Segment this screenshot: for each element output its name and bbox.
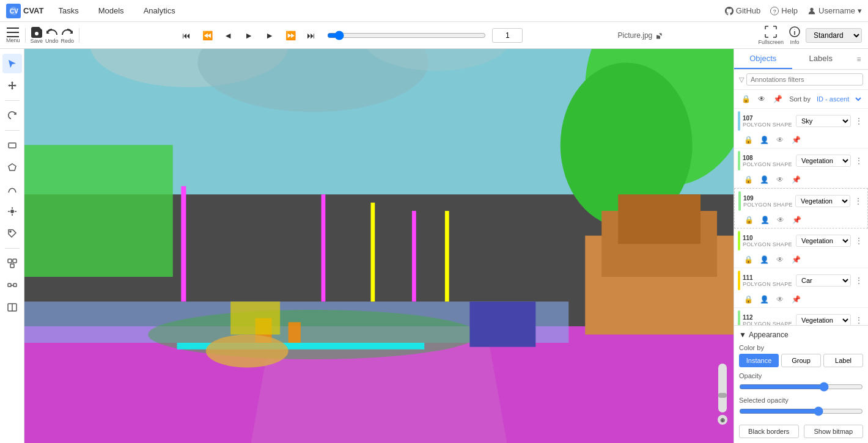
select-tool[interactable] [2,54,22,73]
object-item-111-header: 111 POLYGON SHAPE Car ⋮ [734,268,868,293]
vertical-slider[interactable] [718,364,727,412]
svg-rect-11 [9,143,16,148]
color-group-btn[interactable]: Group [781,354,821,367]
annotation-canvas[interactable] [24,49,734,443]
black-borders-btn[interactable]: Black borders [739,425,799,438]
merge-tool[interactable] [2,254,22,273]
eye-icon-107[interactable]: 👁 [774,134,785,145]
objects-tab[interactable]: Objects [734,49,792,69]
obj-menu-108[interactable]: ⋮ [853,155,864,166]
next-multi-frame-button[interactable]: ⏩ [281,26,300,45]
info-button[interactable]: Info [789,26,801,45]
svg-rect-6 [7,32,19,33]
split-tool[interactable] [2,298,22,317]
opacity-slider[interactable] [739,382,863,392]
eye-icon-111[interactable]: 👁 [774,294,785,305]
menu-button[interactable]: Menu [6,27,20,43]
lock-icon-108[interactable]: 🔒 [743,174,754,185]
color-bar-111 [738,271,740,290]
visible-all-icon[interactable]: 👁 [755,92,768,106]
nav-tasks[interactable]: Tasks [53,4,83,18]
user-chevron: ▾ [858,6,862,15]
zoom-indicator[interactable]: ⊕ [718,415,727,425]
curve-tool[interactable] [2,180,22,199]
undo-button[interactable]: Undo [45,27,59,44]
sort-icons: 🔒 👁 📌 [739,92,784,106]
appearance-header[interactable]: ▼ Appearance [739,331,863,339]
person-icon-111[interactable]: 👤 [759,294,770,305]
user-menu[interactable]: Username ▾ [807,6,862,15]
username-label: Username [818,6,855,15]
pin-icon-111[interactable]: 📌 [790,294,801,305]
prev-multi-frame-button[interactable]: ⏪ [197,26,217,45]
label-select-112[interactable]: Vegetation [796,314,851,325]
nav-models[interactable]: Models [94,4,129,18]
redo-button[interactable]: Redo [61,27,75,44]
person-icon-107[interactable]: 👤 [759,134,770,145]
logo-icon: CV [6,4,21,18]
eye-icon-110[interactable]: 👁 [774,254,785,265]
frame-input[interactable] [492,28,523,43]
sort-select[interactable]: ID - ascent ID - descent Label [814,95,863,103]
group-tool[interactable] [2,276,22,295]
obj-info-108: 108 POLYGON SHAPE [743,155,793,167]
polygon-tool[interactable] [2,158,22,177]
obj-menu-107[interactable]: ⋮ [853,115,864,126]
color-label-btn[interactable]: Label [823,354,863,367]
person-icon-110[interactable]: 👤 [759,254,770,265]
obj-menu-110[interactable]: ⋮ [853,235,864,246]
label-select-108[interactable]: Vegetation [796,155,851,167]
pin-icon-108[interactable]: 📌 [790,174,801,185]
label-select-109[interactable]: Vegetation [795,195,850,207]
appearance-section: ▼ Appearance Color by Instance Group Lab… [734,325,868,443]
obj-menu-111[interactable]: ⋮ [853,275,864,286]
lock-icon-111[interactable]: 🔒 [743,294,754,305]
obj-menu-109[interactable]: ⋮ [853,196,864,207]
labels-tab[interactable]: Labels [792,49,850,69]
filename-area: Picture.jpg [618,31,664,40]
filter-input[interactable] [746,73,863,86]
lock-all-icon[interactable]: 🔒 [739,92,752,106]
last-frame-button[interactable]: ⏭ [301,26,321,45]
person-icon-109[interactable]: 👤 [759,214,770,225]
fullscreen-button[interactable]: Fullscreen [758,26,784,45]
nav-analytics[interactable]: Analytics [139,4,180,18]
filename: Picture.jpg [618,31,653,40]
label-select-111[interactable]: Car [796,274,851,287]
pin-icon-107[interactable]: 📌 [790,134,801,145]
object-item-110: 110 POLYGON SHAPE Vegetation ⋮ 🔒 👤 👁 📌 [734,229,868,268]
rotate-tool[interactable] [2,106,22,125]
selected-opacity-slider[interactable] [739,406,863,416]
obj-menu-112[interactable]: ⋮ [853,315,864,325]
person-icon-108[interactable]: 👤 [759,174,770,185]
first-frame-button[interactable]: ⏮ [177,26,196,45]
lock-icon-110[interactable]: 🔒 [743,254,754,265]
frame-slider[interactable] [327,31,486,40]
point-tool[interactable] [2,202,22,221]
view-mode-select[interactable]: Standard Top View Side View [806,28,862,43]
lock-icon-107[interactable]: 🔒 [743,134,754,145]
eye-icon-109[interactable]: 👁 [775,214,786,225]
pin-all-icon[interactable]: 📌 [771,92,784,106]
rectangle-tool[interactable] [2,136,22,155]
label-select-110[interactable]: Vegetation [796,235,851,247]
show-bitmap-btn[interactable]: Show bitmap [804,425,864,438]
play-button[interactable]: ► [239,26,259,45]
color-instance-btn[interactable]: Instance [739,354,779,367]
save-button[interactable]: Save [31,27,43,44]
panel-settings[interactable]: ≡ [850,49,868,69]
tag-tool[interactable] [2,224,22,243]
object-item-109-header: 109 POLYGON SHAPE Vegetation ⋮ [735,189,867,213]
app-logo[interactable]: CV CVAT [6,4,43,18]
pin-icon-110[interactable]: 📌 [790,254,801,265]
help-link[interactable]: ? Help [770,6,798,15]
github-link[interactable]: GitHub [725,6,760,15]
pin-icon-109[interactable]: 📌 [791,214,802,225]
eye-icon-108[interactable]: 👁 [774,174,785,185]
lock-icon-109[interactable]: 🔒 [743,214,754,225]
label-select-107[interactable]: Sky [796,115,851,127]
prev-frame-button[interactable]: ◄ [218,26,238,45]
move-tool[interactable] [2,76,22,95]
next-frame-button[interactable]: ► [260,26,279,45]
right-sidebar: Objects Labels ≡ ▽ 🔒 👁 📌 Sort by ID - as… [734,49,868,443]
